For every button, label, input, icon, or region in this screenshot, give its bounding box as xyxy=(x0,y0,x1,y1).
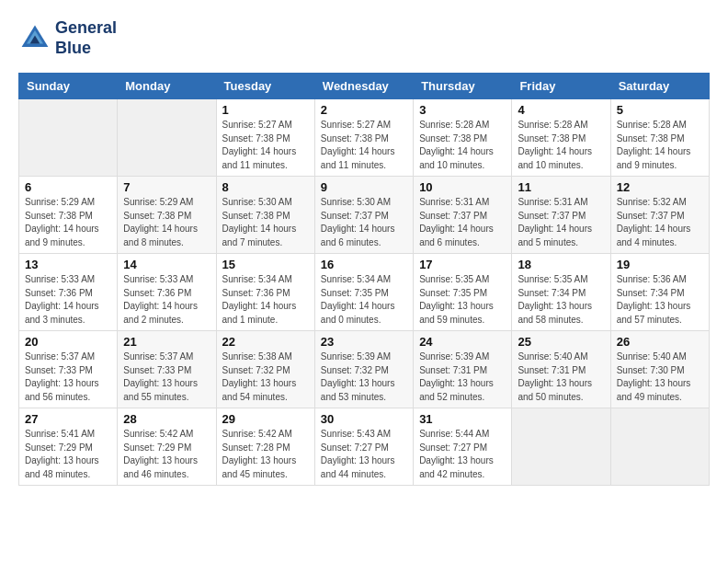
logo-icon xyxy=(18,22,51,55)
calendar-cell: 4Sunrise: 5:28 AM Sunset: 7:38 PM Daylig… xyxy=(512,99,610,177)
calendar-table: SundayMondayTuesdayWednesdayThursdayFrid… xyxy=(18,73,710,486)
day-info: Sunrise: 5:40 AM Sunset: 7:30 PM Dayligh… xyxy=(617,350,703,404)
day-info: Sunrise: 5:27 AM Sunset: 7:38 PM Dayligh… xyxy=(222,119,309,172)
calendar-cell: 1Sunrise: 5:27 AM Sunset: 7:38 PM Daylig… xyxy=(216,99,314,177)
weekday-header: Tuesday xyxy=(216,74,314,99)
day-number: 23 xyxy=(321,335,407,349)
day-info: Sunrise: 5:28 AM Sunset: 7:38 PM Dayligh… xyxy=(617,119,703,172)
day-info: Sunrise: 5:37 AM Sunset: 7:33 PM Dayligh… xyxy=(123,350,210,404)
calendar-cell xyxy=(118,99,216,177)
day-number: 7 xyxy=(123,180,210,194)
day-number: 17 xyxy=(419,258,506,271)
calendar-cell: 10Sunrise: 5:31 AM Sunset: 7:37 PM Dayli… xyxy=(414,177,512,254)
calendar-cell: 14Sunrise: 5:33 AM Sunset: 7:36 PM Dayli… xyxy=(118,254,216,331)
calendar-cell: 17Sunrise: 5:35 AM Sunset: 7:35 PM Dayli… xyxy=(414,254,512,331)
day-number: 26 xyxy=(617,335,703,349)
calendar-cell: 24Sunrise: 5:39 AM Sunset: 7:31 PM Dayli… xyxy=(414,331,512,408)
day-info: Sunrise: 5:39 AM Sunset: 7:31 PM Dayligh… xyxy=(419,350,506,404)
calendar-cell: 12Sunrise: 5:32 AM Sunset: 7:37 PM Dayli… xyxy=(610,177,709,254)
page-header: General Blue xyxy=(18,18,710,58)
day-number: 29 xyxy=(222,412,309,426)
day-info: Sunrise: 5:35 AM Sunset: 7:34 PM Dayligh… xyxy=(518,273,604,327)
weekday-header: Thursday xyxy=(414,74,512,99)
logo: General Blue xyxy=(18,18,117,58)
calendar-cell: 8Sunrise: 5:30 AM Sunset: 7:38 PM Daylig… xyxy=(216,177,314,254)
day-info: Sunrise: 5:27 AM Sunset: 7:38 PM Dayligh… xyxy=(321,119,407,172)
day-info: Sunrise: 5:42 AM Sunset: 7:29 PM Dayligh… xyxy=(123,428,210,481)
calendar-cell: 21Sunrise: 5:37 AM Sunset: 7:33 PM Dayli… xyxy=(118,331,216,408)
calendar-cell: 31Sunrise: 5:44 AM Sunset: 7:27 PM Dayli… xyxy=(414,408,512,486)
day-number: 24 xyxy=(419,335,506,349)
weekday-header: Monday xyxy=(118,74,216,99)
day-number: 31 xyxy=(419,412,506,426)
day-number: 13 xyxy=(25,258,111,271)
day-number: 4 xyxy=(518,103,604,117)
day-info: Sunrise: 5:33 AM Sunset: 7:36 PM Dayligh… xyxy=(25,273,111,327)
day-number: 9 xyxy=(321,180,407,194)
weekday-header: Saturday xyxy=(610,74,709,99)
day-info: Sunrise: 5:29 AM Sunset: 7:38 PM Dayligh… xyxy=(123,196,210,249)
day-number: 10 xyxy=(419,180,506,194)
weekday-header: Wednesday xyxy=(314,74,413,99)
calendar-cell: 16Sunrise: 5:34 AM Sunset: 7:35 PM Dayli… xyxy=(314,254,413,331)
calendar-cell: 5Sunrise: 5:28 AM Sunset: 7:38 PM Daylig… xyxy=(610,99,709,177)
calendar-cell: 26Sunrise: 5:40 AM Sunset: 7:30 PM Dayli… xyxy=(610,331,709,408)
day-number: 15 xyxy=(222,258,309,271)
day-number: 14 xyxy=(123,258,210,271)
day-info: Sunrise: 5:28 AM Sunset: 7:38 PM Dayligh… xyxy=(518,119,604,172)
day-number: 5 xyxy=(617,103,703,117)
day-number: 21 xyxy=(123,335,210,349)
day-info: Sunrise: 5:33 AM Sunset: 7:36 PM Dayligh… xyxy=(123,273,210,327)
day-info: Sunrise: 5:38 AM Sunset: 7:32 PM Dayligh… xyxy=(222,350,309,404)
day-info: Sunrise: 5:28 AM Sunset: 7:38 PM Dayligh… xyxy=(419,119,506,172)
day-info: Sunrise: 5:35 AM Sunset: 7:35 PM Dayligh… xyxy=(419,273,506,327)
calendar-cell: 18Sunrise: 5:35 AM Sunset: 7:34 PM Dayli… xyxy=(512,254,610,331)
day-number: 22 xyxy=(222,335,309,349)
day-info: Sunrise: 5:42 AM Sunset: 7:28 PM Dayligh… xyxy=(222,428,309,481)
day-info: Sunrise: 5:34 AM Sunset: 7:36 PM Dayligh… xyxy=(222,273,309,327)
day-number: 8 xyxy=(222,180,309,194)
day-info: Sunrise: 5:32 AM Sunset: 7:37 PM Dayligh… xyxy=(617,196,703,249)
calendar-cell: 29Sunrise: 5:42 AM Sunset: 7:28 PM Dayli… xyxy=(216,408,314,486)
day-number: 20 xyxy=(25,335,111,349)
day-number: 28 xyxy=(123,412,210,426)
day-number: 3 xyxy=(419,103,506,117)
calendar-cell xyxy=(512,408,610,486)
calendar-cell xyxy=(19,99,118,177)
day-info: Sunrise: 5:39 AM Sunset: 7:32 PM Dayligh… xyxy=(321,350,407,404)
calendar-cell: 7Sunrise: 5:29 AM Sunset: 7:38 PM Daylig… xyxy=(118,177,216,254)
calendar-cell: 3Sunrise: 5:28 AM Sunset: 7:38 PM Daylig… xyxy=(414,99,512,177)
day-number: 19 xyxy=(617,258,703,271)
calendar-cell: 15Sunrise: 5:34 AM Sunset: 7:36 PM Dayli… xyxy=(216,254,314,331)
calendar-cell xyxy=(610,408,709,486)
day-number: 1 xyxy=(222,103,309,117)
calendar-cell: 23Sunrise: 5:39 AM Sunset: 7:32 PM Dayli… xyxy=(314,331,413,408)
calendar-cell: 30Sunrise: 5:43 AM Sunset: 7:27 PM Dayli… xyxy=(314,408,413,486)
day-info: Sunrise: 5:31 AM Sunset: 7:37 PM Dayligh… xyxy=(518,196,604,249)
day-info: Sunrise: 5:40 AM Sunset: 7:31 PM Dayligh… xyxy=(518,350,604,404)
calendar-cell: 19Sunrise: 5:36 AM Sunset: 7:34 PM Dayli… xyxy=(610,254,709,331)
calendar-cell: 28Sunrise: 5:42 AM Sunset: 7:29 PM Dayli… xyxy=(118,408,216,486)
day-info: Sunrise: 5:37 AM Sunset: 7:33 PM Dayligh… xyxy=(25,350,111,404)
calendar-cell: 22Sunrise: 5:38 AM Sunset: 7:32 PM Dayli… xyxy=(216,331,314,408)
day-number: 11 xyxy=(518,180,604,194)
logo-text: General Blue xyxy=(55,18,117,58)
day-number: 27 xyxy=(25,412,111,426)
day-info: Sunrise: 5:31 AM Sunset: 7:37 PM Dayligh… xyxy=(419,196,506,249)
day-info: Sunrise: 5:29 AM Sunset: 7:38 PM Dayligh… xyxy=(25,196,111,249)
day-info: Sunrise: 5:36 AM Sunset: 7:34 PM Dayligh… xyxy=(617,273,703,327)
day-number: 12 xyxy=(617,180,703,194)
calendar-cell: 9Sunrise: 5:30 AM Sunset: 7:37 PM Daylig… xyxy=(314,177,413,254)
day-info: Sunrise: 5:43 AM Sunset: 7:27 PM Dayligh… xyxy=(321,428,407,481)
calendar-cell: 25Sunrise: 5:40 AM Sunset: 7:31 PM Dayli… xyxy=(512,331,610,408)
calendar-cell: 27Sunrise: 5:41 AM Sunset: 7:29 PM Dayli… xyxy=(19,408,118,486)
day-info: Sunrise: 5:34 AM Sunset: 7:35 PM Dayligh… xyxy=(321,273,407,327)
day-number: 16 xyxy=(321,258,407,271)
calendar-cell: 13Sunrise: 5:33 AM Sunset: 7:36 PM Dayli… xyxy=(19,254,118,331)
weekday-header: Friday xyxy=(512,74,610,99)
day-number: 18 xyxy=(518,258,604,271)
day-number: 30 xyxy=(321,412,407,426)
day-info: Sunrise: 5:44 AM Sunset: 7:27 PM Dayligh… xyxy=(419,428,506,481)
day-number: 6 xyxy=(25,180,111,194)
day-info: Sunrise: 5:41 AM Sunset: 7:29 PM Dayligh… xyxy=(25,428,111,481)
